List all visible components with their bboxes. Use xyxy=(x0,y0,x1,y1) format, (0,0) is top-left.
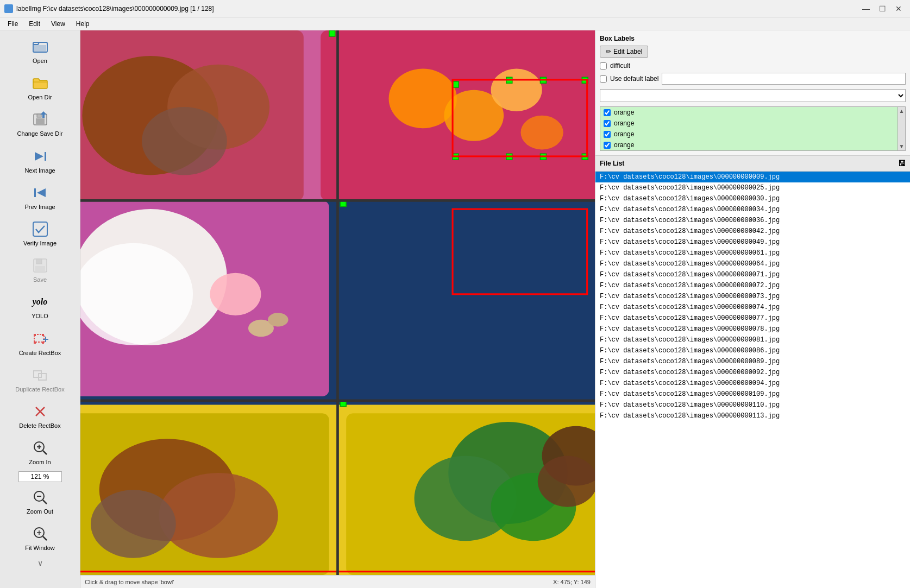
svg-rect-19 xyxy=(42,342,44,344)
box-labels-title: Box Labels xyxy=(600,35,906,42)
label-list-scrollbar[interactable]: ▲ ▼ xyxy=(898,107,905,150)
file-list-item[interactable]: F:\cv datasets\coco128\images\0000000000… xyxy=(595,248,910,258)
duplicate-rect-icon xyxy=(30,365,50,385)
file-list-icon: 🖫 xyxy=(898,159,906,168)
file-list-item[interactable]: F:\cv datasets\coco128\images\0000000000… xyxy=(595,215,910,226)
file-list-item[interactable]: F:\cv datasets\coco128\images\0000000000… xyxy=(595,172,910,182)
default-label-input[interactable] xyxy=(662,73,906,85)
main-layout: Open Open Dir Change Save xyxy=(0,30,910,588)
file-list-item[interactable]: F:\cv datasets\coco128\images\0000000000… xyxy=(595,345,910,356)
svg-point-40 xyxy=(142,107,227,175)
file-list-item[interactable]: F:\cv datasets\coco128\images\0000000000… xyxy=(595,356,910,367)
coordinates-display: X: 475; Y: 149 xyxy=(553,579,591,585)
file-list-item[interactable]: F:\cv datasets\coco128\images\0000000000… xyxy=(595,269,910,280)
label-item[interactable]: orange xyxy=(600,118,898,129)
difficult-row: difficult xyxy=(600,62,906,69)
delete-rect-icon xyxy=(30,402,50,421)
file-list-item[interactable]: F:\cv datasets\coco128\images\0000000000… xyxy=(595,334,910,345)
file-list-item[interactable]: F:\cv datasets\coco128\images\0000000000… xyxy=(595,367,910,378)
file-list-item[interactable]: F:\cv datasets\coco128\images\0000000000… xyxy=(595,237,910,248)
label-checkbox-3[interactable] xyxy=(604,131,611,138)
label-list-content: orange orange orange orange xyxy=(600,107,898,150)
file-list-item[interactable]: F:\cv datasets\coco128\images\0000000001… xyxy=(595,410,910,421)
svg-marker-5 xyxy=(35,152,43,161)
use-default-label-checkbox[interactable] xyxy=(600,75,607,83)
canvas-image[interactable] xyxy=(80,30,595,575)
label-item[interactable]: orange xyxy=(600,129,898,140)
file-list-item[interactable]: F:\cv datasets\coco128\images\0000000000… xyxy=(595,258,910,269)
yolo-button[interactable]: yolo YOLO xyxy=(5,288,76,324)
save-icon xyxy=(30,256,50,275)
file-list-item[interactable]: F:\cv datasets\coco128\images\0000000001… xyxy=(595,400,910,410)
open-button[interactable]: Open xyxy=(5,33,76,68)
file-list-item[interactable]: F:\cv datasets\coco128\images\0000000000… xyxy=(595,378,910,389)
file-list-body[interactable]: F:\cv datasets\coco128\images\0000000000… xyxy=(595,172,910,588)
label-item[interactable]: orange xyxy=(600,107,898,118)
minimize-button[interactable]: — xyxy=(859,2,873,15)
file-list-item[interactable]: F:\cv datasets\coco128\images\0000000000… xyxy=(595,324,910,334)
svg-point-71 xyxy=(538,456,595,507)
svg-rect-8 xyxy=(34,188,36,197)
file-list-item[interactable]: F:\cv datasets\coco128\images\0000000000… xyxy=(595,182,910,193)
svg-marker-7 xyxy=(37,188,46,197)
file-list-item[interactable]: F:\cv datasets\coco128\images\0000000000… xyxy=(595,226,910,237)
file-list-item[interactable]: F:\cv datasets\coco128\images\0000000000… xyxy=(595,193,910,204)
next-icon xyxy=(30,147,50,166)
close-button[interactable]: ✕ xyxy=(892,2,906,15)
label-checkbox-2[interactable] xyxy=(604,120,611,127)
open-label: Open xyxy=(33,58,47,65)
prev-icon xyxy=(30,183,50,203)
label-text-4: orange xyxy=(614,141,634,149)
label-dropdown[interactable] xyxy=(600,89,906,102)
zoom-in-button[interactable]: Zoom In xyxy=(5,434,76,470)
menu-edit[interactable]: Edit xyxy=(23,19,46,29)
next-image-button[interactable]: Next Image xyxy=(5,143,76,178)
open-dir-button[interactable]: Open Dir xyxy=(5,69,76,105)
label-text-2: orange xyxy=(614,119,634,127)
menu-file[interactable]: File xyxy=(2,19,23,29)
zoom-in-label: Zoom In xyxy=(29,459,51,466)
file-list-item[interactable]: F:\cv datasets\coco128\images\0000000001… xyxy=(595,389,910,400)
yolo-icon: yolo xyxy=(30,292,50,312)
file-list-item[interactable]: F:\cv datasets\coco128\images\0000000000… xyxy=(595,280,910,291)
label-checkbox-1[interactable] xyxy=(604,109,611,116)
svg-line-30 xyxy=(43,500,47,504)
default-label-row: Use default label xyxy=(600,73,906,85)
fit-window-icon xyxy=(30,524,50,543)
difficult-checkbox[interactable] xyxy=(600,62,607,69)
fit-window-button[interactable]: Fit Window xyxy=(5,520,76,555)
zoom-out-button[interactable]: Zoom Out xyxy=(5,484,76,519)
menu-help[interactable]: Help xyxy=(71,19,95,29)
prev-image-button[interactable]: Prev Image xyxy=(5,179,76,214)
change-save-dir-button[interactable]: Change Save Dir xyxy=(5,106,76,141)
delete-rectbox-button[interactable]: Delete RectBox xyxy=(5,398,76,433)
label-item[interactable]: orange xyxy=(600,140,898,150)
duplicate-rectbox-button[interactable]: Duplicate RectBox xyxy=(5,362,76,397)
svg-point-64 xyxy=(159,473,278,558)
label-text-1: orange xyxy=(614,109,634,116)
edit-label-button[interactable]: ✏ Edit Label xyxy=(600,46,648,58)
open-dir-label: Open Dir xyxy=(28,94,52,101)
svg-line-27 xyxy=(43,451,47,454)
save-button[interactable]: Save xyxy=(5,252,76,287)
more-chevron-icon[interactable]: ∨ xyxy=(37,559,43,567)
verify-image-button[interactable]: Verify Image xyxy=(5,216,76,251)
maximize-button[interactable]: ☐ xyxy=(875,2,889,15)
zoom-out-icon xyxy=(30,488,50,507)
svg-point-65 xyxy=(91,490,176,558)
label-checkbox-4[interactable] xyxy=(604,142,611,149)
svg-rect-18 xyxy=(34,342,36,344)
box-labels-section: Box Labels ✏ Edit Label difficult Use de… xyxy=(595,30,910,156)
create-rectbox-button[interactable]: Create RectBox xyxy=(5,325,76,361)
fit-window-label: Fit Window xyxy=(25,545,54,552)
label-text-3: orange xyxy=(614,130,634,138)
file-list-item[interactable]: F:\cv datasets\coco128\images\0000000000… xyxy=(595,313,910,324)
file-list-item[interactable]: F:\cv datasets\coco128\images\0000000000… xyxy=(595,204,910,215)
open-icon xyxy=(30,37,50,56)
file-list-item[interactable]: F:\cv datasets\coco128\images\0000000000… xyxy=(595,291,910,302)
svg-rect-77 xyxy=(329,30,335,36)
use-default-label-text[interactable]: Use default label xyxy=(610,75,658,83)
menu-view[interactable]: View xyxy=(46,19,71,29)
difficult-label[interactable]: difficult xyxy=(610,62,630,69)
file-list-item[interactable]: F:\cv datasets\coco128\images\0000000000… xyxy=(595,302,910,313)
